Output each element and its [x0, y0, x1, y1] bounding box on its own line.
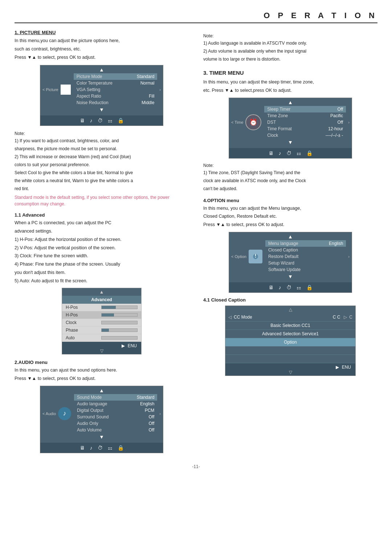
right-note-label: Note: — [203, 33, 377, 39]
pink-note: Standard mode is the default setting, if… — [15, 194, 189, 207]
section3-title: 3. TIMER MENU — [203, 70, 377, 76]
cc-arrow-bottom: ▽ — [225, 370, 355, 375]
monitor-icon: 🖥 — [80, 118, 85, 123]
option-icon-area — [249, 250, 262, 263]
picture-menu-row-4: Noise Reduction Middle — [74, 99, 158, 106]
picture-menu-arrow-top: ▲ — [40, 65, 163, 73]
section4-title: 4.OPTION menu — [203, 198, 377, 203]
audio-row-4: Audio Only Off — [74, 420, 157, 427]
page-number: -11- — [15, 464, 377, 469]
option-row-4: Software Update — [265, 266, 346, 273]
picture-menu-icons: 🖥 ♪ ⏱ ⚏ 🔒 — [40, 115, 163, 126]
audio-row-5: Auto Volume Off — [74, 427, 157, 433]
note-label-1: Note: — [15, 130, 189, 137]
cc-arrow-top: △ — [225, 306, 355, 313]
main-content: 1. PICTURE MENU In this menu,you can adj… — [15, 30, 377, 457]
svg-rect-2 — [255, 254, 256, 256]
audio-menu-icons: 🖥 ♪ ⏱ ⚏ 🔒 — [40, 443, 163, 453]
note-line-1: 1) If you want to adjust contrast, brigh… — [15, 138, 189, 144]
option-menu-rows: Menu language English Closed Caption Res… — [265, 240, 346, 273]
cc-row-advanced: Advanced Selection Service1 — [225, 330, 355, 338]
cc-mode-label: CC Mode — [234, 315, 333, 320]
timer-music-icon: ♪ — [279, 150, 281, 156]
note-line-3: 2) This will increase or decrease Warm (… — [15, 153, 189, 160]
adv-arrow-bottom: ▽ — [62, 348, 141, 353]
audio-title-row: Sound Mode Standard — [74, 394, 157, 401]
timer-para1: In this menu, you can adjust the sleep t… — [203, 79, 377, 86]
picture-menu-screen: ▲ < Picture Picture Mode Standard — [40, 65, 163, 126]
adv-item-3: 3) Clock: Fine tune the screen width. — [15, 253, 189, 259]
picture-menu-title-row: Picture Mode Standard — [74, 73, 158, 80]
audio-right-arrow: › — [157, 411, 163, 416]
opt-monitor-icon: 🖥 — [269, 284, 274, 290]
adv-item-2: 2) V-Pos: Adjust the vertical position o… — [15, 245, 189, 251]
timer-grid-icon: ⚏ — [297, 150, 301, 156]
section1-title: 1. PICTURE MENU — [15, 30, 189, 35]
note-line-4: colors to suit your personal preference. — [15, 161, 189, 168]
page-header-title: O P E R A T I O N — [264, 11, 377, 20]
adv-row-hpos2: H-Pos — [62, 311, 141, 319]
audio-para1: In this menu, you can ajust the sound op… — [15, 367, 189, 374]
option-row-2: Restore Default — [265, 253, 346, 260]
left-column: 1. PICTURE MENU In this menu,you can adj… — [15, 30, 189, 457]
option-row-1: Closed Caption — [265, 247, 346, 253]
option-right-arrow: › — [346, 254, 352, 259]
cc-right-letter: C — [349, 315, 352, 320]
grid-icon: ⚏ — [108, 118, 113, 123]
audio-grid-icon: ⚏ — [108, 445, 113, 451]
section1-1-title: 1.1 Advanced — [15, 212, 189, 218]
cc-enu-label: ENU — [342, 365, 351, 370]
option-para1: In this menu, you can adjust the Menu la… — [203, 205, 377, 212]
adv-item-4: 4) Phase: Fine tune the phase of the scr… — [15, 261, 189, 268]
picture-menu-wrapper: ▲ < Picture Picture Mode Standard — [15, 65, 189, 126]
right-note-3: volume is too large or there is distorti… — [203, 56, 377, 62]
adv-enu-label: ENU — [128, 343, 137, 348]
section1-para3: Press ▼▲ to select, press OK to adjust. — [15, 54, 189, 61]
page-container: O P E R A T I O N 1. PICTURE MENU In thi… — [0, 0, 392, 549]
cc-menu-screen: △ ◁ CC Mode C C ▷ C Basic Selection CC1 — [225, 306, 356, 376]
adv-bottom-bar: ▶ ENU ▽ — [62, 342, 141, 354]
section-audio-menu: 2.AUDIO menu In this menu, you can ajust… — [15, 360, 189, 453]
timer-right-arrow: › — [346, 120, 352, 124]
timer-row-1: Time Zone Pacific — [264, 112, 346, 119]
timer-row-4: Clock ----/--/-± - — [264, 132, 346, 139]
option-menu-screen: ▲ < Option — [229, 232, 352, 293]
section-picture-menu: 1. PICTURE MENU In this menu,you can adj… — [15, 30, 189, 207]
timer-title-row: Sleep Timer Off — [264, 106, 346, 112]
section1-para2: such as contrast, brightness, etc. — [15, 46, 189, 53]
music-icon: ♪ — [90, 118, 93, 123]
audio-music-icon: ♪ — [90, 445, 93, 451]
section-option-menu: 4.OPTION menu In this menu, you can adju… — [203, 198, 377, 376]
audio-clock-icon: ⏱ — [98, 445, 103, 451]
adv-para1: When a PC is connected, you can adjust t… — [15, 220, 189, 226]
adv-item-1: 1) H-Pos: Adjust the horizontal position… — [15, 236, 189, 243]
option-para3: Press ▼▲ to select, press OK to adjust. — [203, 221, 377, 228]
timer-row-3: Time Format 12-hour — [264, 126, 346, 132]
note-line-2: sharpness, the picture mode must be set … — [15, 146, 189, 152]
picture-menu-row-3: Aspect Ratio Fill — [74, 93, 158, 99]
adv-row-auto: Auto — [62, 334, 141, 342]
adv-row-phase: Phase — [62, 327, 141, 334]
section4-1-title: 4.1 Closed Caption — [203, 297, 377, 303]
audio-row-2: Digital Output PCM — [74, 407, 157, 414]
picture-menu-row-2: VGA Setting — [74, 86, 158, 93]
timer-monitor-icon: 🖥 — [269, 150, 274, 156]
right-note-1: 1) Audio language is available in ATSC/T… — [203, 40, 377, 46]
cc-row-basic: Basic Selection CC1 — [225, 321, 355, 330]
adv-row-hpos1: H-Pos — [62, 304, 141, 311]
cc-top-row: ◁ CC Mode C C ▷ C — [225, 313, 355, 321]
picture-menu-arrow-bottom: ▼ — [40, 106, 163, 114]
section2-title: 2.AUDIO menu — [15, 360, 189, 365]
picture-icon-placeholder — [61, 85, 71, 95]
timer-row-2: DST Off — [264, 119, 346, 126]
timer-note-2: clock are available in ATSC mode only, a… — [203, 177, 377, 184]
note-line-5: Select Cool to give the white colors a b… — [15, 169, 189, 176]
opt-lock-icon: 🔒 — [306, 284, 313, 290]
picture-menu-rows: Picture Mode Standard Color Temperature … — [74, 73, 158, 106]
option-svg-icon — [250, 251, 261, 262]
adv-item-4b: you don't adjust this item. — [15, 269, 189, 276]
timer-menu-screen: ▲ < Time ⏰ Sleep Timer Off — [229, 98, 352, 159]
adv-para2: advanced settings. — [15, 228, 189, 235]
timer-lock-icon: 🔒 — [306, 150, 313, 156]
audio-lock-icon: 🔒 — [118, 445, 124, 451]
